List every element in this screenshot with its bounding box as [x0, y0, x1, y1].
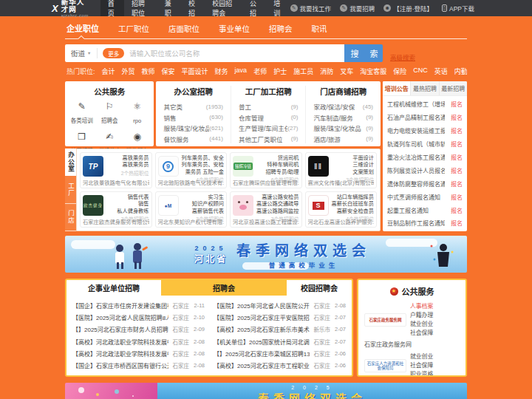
company-name[interactable]: 河北驰阳铁路电气化技术有...: [158, 179, 225, 186]
apply-link[interactable]: 报名: [451, 180, 463, 188]
company-name[interactable]: 河北铁景铁路电气化有限公司: [83, 179, 149, 186]
subnav-job-fair[interactable]: 招聘会: [269, 23, 293, 34]
apply-link[interactable]: 报名: [451, 153, 463, 161]
training-title-link[interactable]: 轨道列车司机（城市轨...: [387, 140, 445, 148]
category-link[interactable]: 普工 (9): [239, 101, 299, 112]
job-title-link[interactable]: 平面设计: [331, 154, 375, 161]
news-title-link[interactable]: 【高校】河北政法职业学院科技发展中心—: [72, 338, 168, 346]
spring-fair-banner-bottom[interactable]: 2 0 2 5 春季网络双选会: [65, 383, 467, 399]
news-title-link[interactable]: 【医院】2025年河北省人民医院公开招聘—: [214, 301, 310, 310]
subnav-public-institution[interactable]: 事业单位: [219, 23, 250, 34]
company-name[interactable]: 河北东昊知识产权代理有限...: [158, 218, 225, 225]
job-title-link[interactable]: 高薪安全检查员: [331, 208, 375, 214]
company-card[interactable]: TP 高铁乘务员 高铁乘务员 2个热招职位 河北铁景铁路电气化有限公司: [80, 152, 152, 188]
category-link[interactable]: 餐饮服务 (441): [163, 134, 223, 145]
apply-link[interactable]: 报名: [451, 113, 463, 121]
post-job-link[interactable]: ✎ 我要招聘: [340, 4, 375, 13]
category-link[interactable]: 仓库管理 (0): [239, 112, 299, 123]
apply-link[interactable]: 报名: [451, 100, 463, 108]
hot-job-link[interactable]: 老师: [253, 66, 267, 76]
hot-job-link[interactable]: java: [235, 66, 248, 76]
gov-service-link[interactable]: 人事档案: [410, 302, 433, 311]
hot-job-link[interactable]: CNC: [413, 66, 428, 76]
tab-campus-fairs[interactable]: 校园招聘会: [287, 280, 352, 296]
job-title-link[interactable]: 列车乘务员、安检: [181, 161, 225, 168]
apply-link[interactable]: 报名: [451, 166, 463, 174]
job-title-link[interactable]: 知识产权顾问: [181, 200, 225, 207]
company-card[interactable]: S 站口车辆指挥员 高薪长白班班车员 高薪安全检查员 4个热招职位 河北石龙高速…: [305, 191, 378, 228]
job-title-link[interactable]: 站口车辆指挥员: [331, 194, 375, 200]
tab-factory[interactable]: 工厂: [65, 176, 76, 203]
service-job-fair[interactable]: ⚐ 招聘会: [95, 101, 123, 126]
nav-campus-fair[interactable]: 校园招聘会: [205, 0, 242, 16]
category-link[interactable]: 服装/珠宝/化妆品 (9): [313, 123, 373, 134]
subnav-factory-jobs[interactable]: 工厂职位: [118, 23, 149, 34]
tab-training-notices[interactable]: 培训公告: [383, 81, 410, 95]
hot-job-link[interactable]: 内勤: [454, 66, 467, 76]
subnav-job-news[interactable]: 职讯: [312, 23, 327, 34]
company-card[interactable]: 欧杰健身 销售代表 销售 私人健身教练 3个热招职位 石家庄欧杰健身服务有限公司: [80, 191, 152, 228]
news-title-link[interactable]: 【国企】石家庄市桥西区国有银行公开招—: [72, 361, 168, 369]
nav-campus[interactable]: 校招: [181, 0, 205, 16]
job-title-link[interactable]: 特种车辆司机: [256, 161, 299, 168]
job-title-link[interactable]: 三维设计: [331, 161, 375, 168]
company-name[interactable]: 河北京投高速公路工程建设...: [233, 218, 299, 225]
category-link[interactable]: 家政/保洁/安保 (45): [313, 101, 373, 112]
gov-service-link[interactable]: 职业资格: [410, 370, 433, 377]
service-trainings[interactable]: ✎ 各类培训: [68, 101, 95, 126]
job-title-link[interactable]: 招聘专员/助理: [256, 168, 299, 175]
tab-hottest-jobs[interactable]: 最热招聘: [410, 81, 438, 95]
apply-link[interactable]: 报名: [451, 193, 463, 201]
job-title-link[interactable]: 私人健身教练: [106, 208, 149, 214]
news-title-link[interactable]: 【高校】2025河北石家庄新乐市美术学院—: [214, 325, 310, 333]
nav-public[interactable]: 公招: [242, 0, 266, 16]
hot-job-link[interactable]: 会计: [102, 66, 115, 76]
app-download-link[interactable]: ▯ APP下载: [442, 4, 474, 13]
news-title-link[interactable]: 【高校】河北政法职业学院科技发展中心—: [72, 349, 168, 358]
find-job-link[interactable]: ✎ 我要找工作: [290, 4, 332, 13]
training-title-link[interactable]: 重冶火法冶炼工报名通知: [387, 153, 445, 161]
hot-job-link[interactable]: 淘宝客服: [360, 66, 386, 76]
hot-job-link[interactable]: 外贸: [122, 66, 135, 76]
training-title-link[interactable]: 起重工报名通知: [387, 206, 429, 214]
hot-job-link[interactable]: 财务: [215, 66, 228, 76]
training-title-link[interactable]: 电力电缆安装运维工报...: [387, 126, 445, 134]
training-title-link[interactable]: 豆制品制作工报名通知: [387, 219, 445, 227]
category-link[interactable]: 酒店/旅游 (9): [313, 134, 373, 145]
nav-jobs[interactable]: 招聘职位: [124, 0, 157, 16]
category-link[interactable]: 汽车制造/服务 (9): [313, 112, 373, 123]
job-title-link[interactable]: 高铁乘务员: [106, 161, 149, 168]
job-title-link[interactable]: 高速公路路网监控: [256, 208, 299, 214]
training-title-link[interactable]: 工程机械维修工（增场...: [387, 100, 445, 108]
news-title-link[interactable]: 【机关单位】2025国家统计局河北调查总队公—: [214, 338, 310, 346]
region-selector[interactable]: 街道 ▾: [71, 48, 98, 58]
more-tag-button[interactable]: 更多: [103, 48, 124, 58]
subnav-enterprise-jobs[interactable]: 企业职位: [66, 22, 99, 34]
company-card[interactable]: ‖‖ 平面设计 三维设计 文案策划 3个热招职位 赛洲文化传播(北京)有限公司: [305, 152, 378, 188]
job-title-link[interactable]: 货运司机: [256, 154, 299, 161]
company-name[interactable]: 石家庄欧杰健身服务有限公司: [83, 218, 149, 225]
company-card[interactable]: 臻辉冷链 货运司机 特种车辆司机 招聘专员/助理 6个热招职位 石家庄腾琛供应链…: [230, 152, 302, 188]
gov-site-logo[interactable]: 石家庄政务服务网: [364, 313, 406, 327]
hot-job-link[interactable]: 施工员: [293, 66, 313, 76]
news-title-link[interactable]: 【】2025河北石家庄市栾城区招聘131—: [214, 349, 310, 358]
gov-service-link[interactable]: 社会保障: [410, 329, 433, 338]
category-link[interactable]: 生产管理/车间主任 (27): [239, 123, 299, 134]
hot-job-link[interactable]: 护士: [273, 66, 287, 76]
apply-link[interactable]: 报名: [451, 219, 463, 227]
job-title-link[interactable]: 高薪长白班班车员: [331, 200, 375, 207]
company-name[interactable]: 赛洲文化传播(北京)有限公司: [308, 179, 375, 186]
nav-home[interactable]: 首页: [100, 0, 124, 16]
category-link[interactable]: 销售 (630): [163, 112, 223, 123]
advanced-search-link[interactable]: 高级搜索: [390, 52, 415, 61]
gov-service-link[interactable]: 就业创业: [410, 320, 433, 329]
hot-job-link[interactable]: 消防: [320, 66, 333, 76]
news-title-link[interactable]: 【】2025河北石家庄市财务人员招聘1—: [72, 325, 168, 333]
news-title-link[interactable]: 【医院】2025河北石家庄平安医院招聘36—: [214, 313, 310, 321]
news-title-link[interactable]: 【国企】石家庄市住房开发建设集团有限—: [72, 301, 168, 310]
tab-store[interactable]: 门店: [65, 204, 76, 231]
register-login-link[interactable]: ☻ 【注册·登陆】: [383, 4, 433, 13]
category-link[interactable]: 其他工厂类职位 (9): [239, 134, 299, 145]
job-title-link[interactable]: 高铁乘务员: [106, 154, 149, 161]
tab-office[interactable]: 办公室: [65, 149, 76, 176]
